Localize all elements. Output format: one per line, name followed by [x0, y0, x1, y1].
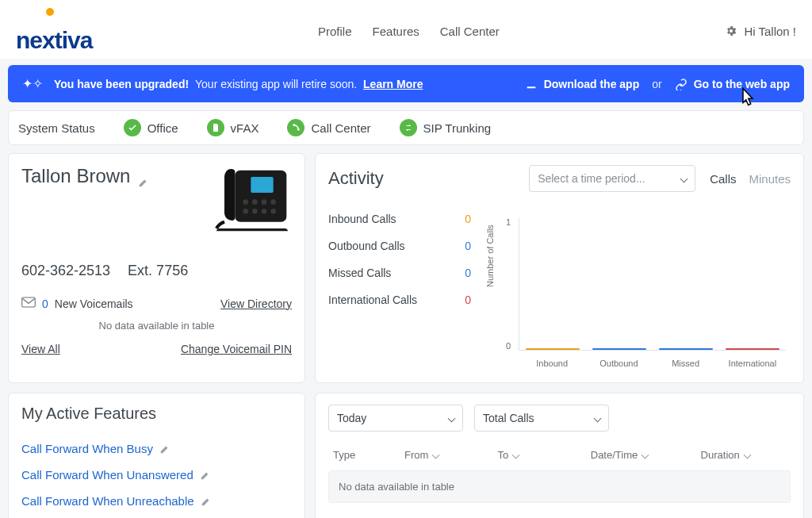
metric-intl-label: International Calls	[328, 294, 417, 306]
nav-profile[interactable]: Profile	[318, 25, 352, 38]
features-title: My Active Features	[21, 405, 292, 423]
xtick-inbound: Inbound	[519, 359, 585, 368]
calls-table-header: Type From To Date/Time Duration	[328, 432, 791, 470]
swap-icon	[400, 119, 417, 136]
calls-card: Today Total Calls Type From To Date/Time…	[315, 393, 804, 518]
download-app-button[interactable]: Download the app	[525, 78, 640, 90]
series-inbound	[526, 348, 580, 350]
col-duration[interactable]: Duration	[701, 449, 786, 461]
svg-point-7	[252, 209, 258, 214]
series-outbound	[592, 348, 646, 350]
greeting-text: Hi Tallon !	[744, 25, 796, 38]
user-name: Tallon Brown	[21, 165, 130, 187]
device-image	[213, 165, 292, 240]
topbar: nextiva Profile Features Call Center Hi …	[0, 0, 812, 59]
web-app-label: Go to the web app	[694, 78, 790, 90]
user-greeting[interactable]: Hi Tallon !	[725, 25, 796, 38]
date-range-value: Today	[337, 412, 366, 424]
svg-rect-10	[22, 297, 36, 307]
pencil-icon	[159, 443, 170, 455]
sort-icon	[512, 451, 520, 459]
brand-name: nextiva	[16, 27, 92, 54]
col-from[interactable]: From	[404, 449, 489, 461]
status-call-center-label: Call Center	[311, 121, 370, 135]
phone-icon	[287, 119, 304, 136]
series-missed	[659, 348, 713, 350]
calls-table-empty: No data available in table	[328, 470, 791, 503]
banner-title: You have been upgraded!	[54, 78, 189, 90]
plot-area	[519, 217, 786, 351]
status-office[interactable]: Office	[124, 119, 178, 136]
upgrade-banner: ✦✧ You have been upgraded! Your existing…	[8, 65, 804, 102]
tab-calls[interactable]: Calls	[710, 172, 736, 186]
metric-missed: Missed Calls 0	[328, 267, 471, 279]
feature-call-forward-busy[interactable]: Call Forward When Busy	[21, 442, 292, 455]
time-period-select[interactable]: Select a time period...	[529, 165, 695, 192]
banner-subtitle: Your existing app will retire soon.	[195, 78, 357, 90]
sparkle-icon: ✦✧	[22, 76, 43, 91]
user-card: Tallon Brown 602-362-2513 E	[8, 153, 305, 383]
svg-point-5	[270, 199, 276, 205]
sort-icon	[432, 451, 440, 459]
activity-metrics: Inbound Calls 0 Outbound Calls 0 Missed …	[328, 213, 471, 371]
metric-missed-label: Missed Calls	[328, 267, 391, 279]
feature-label: Call Forward When Unreachable	[21, 494, 194, 508]
status-vfax[interactable]: vFAX	[207, 119, 259, 136]
call-metric-value: Total Calls	[483, 412, 534, 424]
svg-point-9	[270, 209, 276, 214]
date-range-select[interactable]: Today	[328, 405, 463, 432]
time-period-placeholder: Select a time period...	[538, 172, 645, 185]
chart-series	[519, 348, 786, 350]
learn-more-link[interactable]: Learn More	[363, 78, 423, 90]
col-datetime[interactable]: Date/Time	[591, 449, 693, 461]
status-sip-trunking[interactable]: SIP Trunking	[400, 119, 492, 136]
col-type[interactable]: Type	[333, 449, 396, 461]
feature-call-forward-unreachable[interactable]: Call Forward When Unreachable	[21, 494, 292, 508]
banner-or: or	[652, 78, 661, 90]
download-icon	[525, 78, 538, 90]
xtick-outbound: Outbound	[585, 359, 652, 368]
metric-intl-value: 0	[465, 294, 471, 306]
chevron-down-icon	[680, 175, 688, 182]
nav-features[interactable]: Features	[373, 25, 419, 38]
edit-user-button[interactable]	[138, 171, 149, 182]
call-metric-select[interactable]: Total Calls	[474, 405, 609, 432]
go-to-web-app-button[interactable]: Go to the web app	[675, 78, 790, 90]
metric-outbound-value: 0	[465, 240, 471, 252]
system-status-link[interactable]: System Status	[18, 121, 95, 135]
series-international	[726, 348, 779, 350]
metric-outbound-label: Outbound Calls	[328, 240, 405, 252]
metric-international: International Calls 0	[328, 294, 471, 306]
banner-left: ✦✧ You have been upgraded! Your existing…	[22, 76, 423, 91]
status-vfax-label: vFAX	[231, 121, 259, 135]
view-all-link[interactable]: View All	[21, 343, 60, 355]
status-office-label: Office	[147, 121, 178, 135]
status-sip-label: SIP Trunking	[423, 121, 492, 135]
feature-call-forward-unanswered[interactable]: Call Forward When Unanswered	[21, 468, 292, 482]
activity-card: Activity Select a time period... Calls M…	[315, 153, 804, 383]
ok-icon	[124, 119, 141, 136]
voicemail-count: 0	[42, 297, 48, 310]
ytick-top: 1	[506, 217, 511, 227]
pencil-icon	[201, 496, 212, 507]
status-call-center[interactable]: Call Center	[287, 119, 370, 136]
col-to[interactable]: To	[497, 449, 582, 461]
status-strip: System Status Office vFAX Call Center SI…	[8, 110, 804, 145]
sort-icon	[642, 451, 649, 459]
chevron-down-icon	[448, 414, 456, 422]
system-status-label: System Status	[18, 121, 95, 135]
voicemail-empty: No data available in table	[21, 320, 292, 332]
activity-chart: Number of Calls 1 0 Inbound Outbound	[487, 213, 791, 371]
svg-point-8	[262, 209, 267, 214]
tab-minutes[interactable]: Minutes	[749, 172, 791, 186]
view-directory-link[interactable]: View Directory	[220, 297, 292, 310]
metric-outbound: Outbound Calls 0	[328, 240, 471, 252]
y-axis-label: Number of Calls	[485, 224, 495, 287]
voicemail-label: New Voicemails	[55, 297, 133, 310]
nav-call-center[interactable]: Call Center	[440, 25, 500, 38]
change-pin-link[interactable]: Change Voicemail PIN	[181, 343, 292, 355]
svg-point-3	[252, 199, 258, 205]
brand-logo[interactable]: nextiva	[16, 8, 92, 54]
logo-dot-icon	[46, 8, 54, 16]
xtick-international: International	[719, 359, 786, 368]
